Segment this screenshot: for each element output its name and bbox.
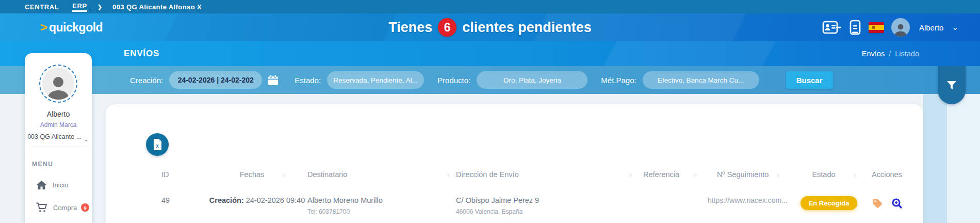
cell-id: 49 xyxy=(135,196,207,204)
logo-text: quickgold xyxy=(49,21,103,35)
store-selector[interactable]: 003 QG Alicante ... ⌄ xyxy=(27,133,89,140)
calendar-icon[interactable] xyxy=(267,74,279,86)
sidebar-item-label: Compra xyxy=(53,204,77,212)
sort-icon[interactable]: ↑↓ xyxy=(282,172,292,178)
user-name[interactable]: Alberto xyxy=(919,23,944,32)
topbar-store-name: 003 QG Alicante Alfonso X xyxy=(112,3,202,11)
envios-card: x ID Fechas↑↓ Destinatario↑↓ Dirección d… xyxy=(106,104,923,223)
envios-table: ID Fechas↑↓ Destinatario↑↓ Dirección de … xyxy=(135,170,902,223)
destinatario-phone: Tel: 603781700 xyxy=(307,208,456,215)
metpago-label: Mét.Pago: xyxy=(601,76,636,85)
filter-panel-toggle[interactable] xyxy=(938,66,966,104)
direccion-ciudad: 46006 Valencia, España xyxy=(456,208,639,215)
cart-count-badge: 9 xyxy=(81,203,89,212)
menu-header: MENU xyxy=(32,161,53,168)
sort-icon[interactable]: ↑↓ xyxy=(776,172,786,178)
table-row: 49 Creación: 24-02-2026 09:40 Alberto Mo… xyxy=(135,191,902,223)
divider xyxy=(30,147,86,147)
sidebar-item-label: Inicio xyxy=(53,181,68,189)
buscar-button[interactable]: Buscar xyxy=(786,71,833,89)
sidebar-item-inicio[interactable]: Inicio xyxy=(36,180,68,190)
sort-icon[interactable]: ↑↓ xyxy=(629,172,639,178)
sidebar-avatar[interactable] xyxy=(39,65,77,103)
right-panel-band-light xyxy=(947,94,980,223)
chevron-right-icon: ❯ xyxy=(97,4,102,10)
cell-destinatario: Alberto Moreno Murillo Tel: 603781700 xyxy=(307,196,456,215)
col-id: ID xyxy=(135,170,207,179)
sidebar-user-name: Alberto xyxy=(47,110,70,118)
sort-icon[interactable]: ↑↓ xyxy=(693,172,704,178)
metpago-select[interactable]: Efectivo, Banca March Cu... xyxy=(643,71,759,89)
cart-icon xyxy=(36,202,47,213)
nav-central[interactable]: CENTRAL xyxy=(25,3,59,11)
tag-icon[interactable] xyxy=(872,198,883,209)
status-badge: En Recogida xyxy=(801,196,858,210)
col-acciones: Acciones xyxy=(872,170,902,179)
address-book-icon[interactable] xyxy=(849,20,861,35)
home-icon xyxy=(36,180,47,190)
creacion-date-range-input[interactable]: 24-02-2026 | 24-02-202 xyxy=(169,71,262,89)
cell-direccion: C/ Obispo Jaime Perez 9 46006 Valencia, … xyxy=(456,196,639,215)
producto-label: Producto: xyxy=(437,76,470,85)
nav-erp[interactable]: ERP xyxy=(72,2,87,12)
tracking-link[interactable]: https://www.nacex.com... xyxy=(704,196,786,204)
sidebar-user-role: Admin Marca xyxy=(40,121,77,129)
sort-icon[interactable]: ↑↓ xyxy=(853,172,863,178)
banner-text-pre: Tienes xyxy=(388,20,432,36)
flag-stripe xyxy=(869,25,884,30)
page-title: ENVÍOS xyxy=(124,49,159,59)
topbar: CENTRAL ERP ❯ 003 QG Alicante Alfonso X xyxy=(0,0,980,13)
app-header: >quickgold Tienes 6 clientes pendientes … xyxy=(0,13,980,41)
col-referencia[interactable]: Referencia↑↓ xyxy=(639,170,704,179)
producto-select[interactable]: Oro, Plata, Joyeria xyxy=(477,71,587,89)
col-seguimiento[interactable]: Nº Seguimiento↑↓ xyxy=(704,170,786,179)
cell-fechas: Creación: 24-02-2026 09:40 xyxy=(207,196,307,204)
filter-bar: Creación: 24-02-2026 | 24-02-202 Estado:… xyxy=(0,66,980,94)
id-card-icon[interactable] xyxy=(822,20,842,35)
sidebar-item-compra[interactable]: Compra 9 xyxy=(36,202,89,213)
excel-file-icon: x xyxy=(152,138,163,151)
right-panel-band xyxy=(923,94,947,223)
estado-select[interactable]: Reservada, Pendiente, Al... xyxy=(327,71,424,89)
export-excel-button[interactable]: x xyxy=(146,133,169,156)
sort-icon[interactable]: ↑↓ xyxy=(446,172,456,178)
language-flag-spain[interactable] xyxy=(869,22,884,33)
cell-estado: En Recogida xyxy=(786,196,872,210)
user-avatar[interactable] xyxy=(891,18,910,37)
creacion-label: Creación: xyxy=(130,76,163,85)
chevron-down-icon[interactable]: ⌄ xyxy=(952,25,958,29)
estado-label: Estado: xyxy=(295,76,321,85)
breadcrumb: Envíos / Listado xyxy=(862,50,919,58)
content-area: x ID Fechas↑↓ Destinatario↑↓ Dirección d… xyxy=(0,94,980,223)
funnel-icon xyxy=(946,79,957,91)
logo-arrow-icon: > xyxy=(40,20,47,35)
col-direccion[interactable]: Dirección de Envío↑↓ xyxy=(456,170,639,179)
breadcrumb-parent[interactable]: Envíos xyxy=(862,50,885,58)
zoom-in-icon[interactable] xyxy=(891,198,903,209)
col-destinatario[interactable]: Destinatario↑↓ xyxy=(307,170,456,179)
svg-text:x: x xyxy=(156,143,159,149)
breadcrumb-current: Listado xyxy=(895,50,919,58)
flag-stripe xyxy=(869,30,884,33)
chevron-down-icon: ⌄ xyxy=(83,137,89,140)
col-estado[interactable]: Estado↑↓ xyxy=(786,170,872,179)
sidebar: Alberto Admin Marca 003 QG Alicante ... … xyxy=(25,53,92,223)
quickgold-logo[interactable]: >quickgold xyxy=(40,20,103,35)
breadcrumb-separator: / xyxy=(889,50,891,58)
cell-acciones xyxy=(872,196,903,209)
header-actions: Alberto ⌄ xyxy=(822,18,958,37)
banner-text-post: clientes pendientes xyxy=(462,20,592,36)
pending-count-badge: 6 xyxy=(438,18,456,37)
col-fechas[interactable]: Fechas↑↓ xyxy=(207,170,307,179)
flag-emblem xyxy=(872,26,875,29)
section-bar: ENVÍOS Envíos / Listado xyxy=(0,41,980,66)
table-header-row: ID Fechas↑↓ Destinatario↑↓ Dirección de … xyxy=(135,170,902,191)
